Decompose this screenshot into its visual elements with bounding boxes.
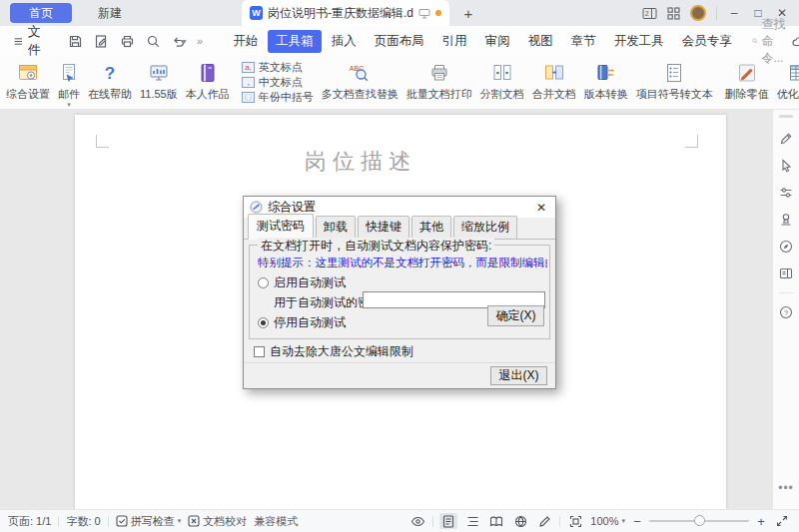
radio-selected-icon[interactable] bbox=[258, 317, 269, 328]
mail-document-icon bbox=[58, 62, 80, 84]
split-screen-icon[interactable]: 2 bbox=[642, 7, 657, 20]
word-count[interactable]: 字数: 0 bbox=[66, 514, 100, 529]
ribbon-split-doc-label: 分割文档 bbox=[480, 88, 524, 100]
enable-auto-test-option[interactable]: 启用自动测试 bbox=[258, 274, 346, 291]
ribbon-remove-zero-button[interactable]: 删除零值 bbox=[721, 56, 773, 109]
adjust-sliders-icon[interactable] bbox=[775, 182, 797, 204]
exit-button[interactable]: 退出(X) bbox=[490, 366, 547, 385]
ribbon-bullet-to-text-button[interactable]: 项目符号转文本 bbox=[632, 56, 717, 109]
auto-remove-option[interactable]: 自动去除大唐公文编辑限制 bbox=[254, 343, 413, 360]
chinese-punct-label: 中文标点 bbox=[259, 76, 303, 89]
annotate-pen-icon[interactable] bbox=[775, 128, 797, 150]
user-avatar[interactable] bbox=[690, 5, 706, 21]
right-sidebar: ? ••• bbox=[772, 110, 799, 509]
print-preview-button[interactable] bbox=[141, 30, 165, 52]
ribbon-version-button[interactable]: 11.55版 bbox=[136, 56, 182, 109]
ribbon-find-replace-button[interactable]: ABC 多文档查找替换 bbox=[318, 56, 402, 109]
print-button[interactable] bbox=[115, 30, 139, 52]
radio-unselected-icon[interactable] bbox=[258, 277, 269, 288]
sidebar-more-icon[interactable]: ••• bbox=[778, 481, 794, 495]
zoom-slider-thumb[interactable] bbox=[694, 515, 705, 526]
english-punct-icon: a, bbox=[242, 61, 255, 74]
tab-member[interactable]: 会员专享 bbox=[674, 30, 740, 53]
toolbar-overflow-button[interactable]: » bbox=[193, 35, 207, 47]
minimize-button[interactable]: – bbox=[727, 6, 741, 20]
file-menu-button[interactable]: 文件 bbox=[8, 23, 51, 59]
ink-pen-icon[interactable] bbox=[535, 513, 553, 529]
special-hint-text: 特别提示：这里测试的不是文档打开密码，而是限制编辑的内容保护密码！ bbox=[258, 256, 547, 270]
ribbon-mail-button[interactable]: 邮件 ▾ bbox=[54, 56, 84, 109]
fullscreen-icon[interactable] bbox=[773, 513, 791, 529]
zoom-out-button[interactable]: − bbox=[631, 514, 643, 529]
tab-page-layout[interactable]: 页面布局 bbox=[367, 30, 432, 53]
undo-button[interactable]: ▾ bbox=[167, 30, 191, 52]
save-button[interactable] bbox=[63, 30, 87, 52]
dialog-tab-other[interactable]: 其他 bbox=[411, 216, 451, 239]
search-icon bbox=[752, 35, 758, 47]
spellcheck-button[interactable]: 拼写检查 ▾ bbox=[116, 514, 182, 529]
tab-toolbox[interactable]: 工具箱 bbox=[268, 30, 322, 53]
tab-insert[interactable]: 插入 bbox=[324, 30, 365, 53]
page-view-icon[interactable] bbox=[439, 513, 457, 529]
tab-dev-tools[interactable]: 开发工具 bbox=[606, 30, 672, 53]
margin-mark-left-icon bbox=[96, 135, 109, 148]
ok-button[interactable]: 确定(X) bbox=[487, 305, 544, 326]
margin-mark-right-icon bbox=[685, 135, 698, 148]
ribbon-merge-doc-button[interactable]: 合并文档 bbox=[528, 56, 580, 109]
tab-current-document[interactable]: W 岗位说明书-重庆数据编辑.doc bbox=[242, 0, 449, 26]
tab-new-document[interactable]: 新建 bbox=[98, 5, 122, 22]
outline-view-icon[interactable] bbox=[463, 513, 481, 529]
dialog-tab-test-password[interactable]: 测试密码 bbox=[248, 214, 314, 240]
dialog-tab-zoom-ratio[interactable]: 缩放比例 bbox=[453, 216, 517, 239]
ribbon-version-convert-button[interactable]: 版本转换 bbox=[580, 56, 632, 109]
ribbon-batch-print-button[interactable]: 批量文档打印 bbox=[402, 56, 476, 109]
dialog-tab-shortcuts[interactable]: 快捷键 bbox=[358, 216, 409, 239]
zoom-level-button[interactable]: 100% ▾ bbox=[590, 515, 625, 527]
proofread-button[interactable]: 文档校对 bbox=[188, 514, 247, 529]
compat-mode-badge[interactable]: 兼容模式 bbox=[254, 514, 298, 529]
dialog-tab-uninstall[interactable]: 卸载 bbox=[316, 216, 356, 239]
menu-bar: 文件 ▾ » 开始 工具箱 插入 bbox=[0, 26, 799, 56]
english-punct-button[interactable]: a, 英文标点 bbox=[242, 61, 314, 74]
tab-view[interactable]: 视图 bbox=[520, 30, 561, 53]
reading-layout-icon[interactable] bbox=[775, 263, 797, 284]
tab-references[interactable]: 引用 bbox=[434, 30, 475, 53]
eye-protect-icon[interactable] bbox=[408, 513, 426, 529]
select-cursor-icon[interactable] bbox=[775, 155, 797, 177]
tab-section[interactable]: 章节 bbox=[563, 30, 604, 53]
zoom-slider[interactable] bbox=[649, 520, 749, 522]
year-bracket-button[interactable]: 〔〕 年份中括号 bbox=[242, 91, 314, 104]
ribbon-merge-doc-label: 合并文档 bbox=[532, 88, 576, 100]
disable-auto-test-option[interactable]: 停用自动测试 bbox=[258, 314, 346, 331]
chinese-punct-button[interactable]: ， 中文标点 bbox=[242, 76, 314, 89]
dialog-close-icon[interactable]: ✕ bbox=[533, 201, 549, 215]
help-icon[interactable]: ? bbox=[775, 301, 797, 323]
book-view-icon[interactable] bbox=[487, 513, 505, 529]
checkbox-unchecked-icon[interactable] bbox=[254, 346, 265, 357]
ribbon-settings-button[interactable]: 综合设置 bbox=[2, 56, 54, 109]
sidebar-drag-handle[interactable] bbox=[779, 115, 793, 118]
ribbon-my-works-button[interactable]: 本人作品 bbox=[182, 56, 234, 109]
fit-page-icon[interactable] bbox=[566, 513, 584, 529]
web-view-icon[interactable] bbox=[511, 513, 529, 529]
apps-grid-icon[interactable] bbox=[667, 7, 680, 20]
tab-home[interactable]: 首页 bbox=[10, 3, 72, 23]
document-heading: 岗位描述 bbox=[305, 147, 416, 177]
stamp-seal-icon[interactable] bbox=[775, 209, 797, 231]
save-icon bbox=[68, 34, 83, 49]
version-monitor-icon bbox=[148, 62, 170, 84]
ribbon-online-help-button[interactable]: ? 在线帮助 bbox=[84, 56, 136, 109]
navigation-compass-icon[interactable] bbox=[775, 236, 797, 258]
cloud-status[interactable]: 未上云 bbox=[792, 33, 799, 50]
export-button[interactable] bbox=[89, 30, 113, 52]
tab-start[interactable]: 开始 bbox=[225, 30, 266, 53]
unsaved-dot-icon bbox=[435, 10, 441, 16]
ribbon-version-label: 11.55版 bbox=[140, 88, 178, 100]
mail-dropdown-caret-icon: ▾ bbox=[67, 101, 71, 108]
zoom-in-button[interactable]: + bbox=[755, 514, 767, 529]
new-tab-button[interactable]: + bbox=[459, 5, 477, 22]
ribbon-split-doc-button[interactable]: 分割文档 bbox=[476, 56, 528, 109]
ribbon-remove-zero-label: 删除零值 bbox=[725, 88, 769, 100]
tab-review[interactable]: 审阅 bbox=[477, 30, 518, 53]
ribbon-optimize-table-button[interactable]: 优化表格 bbox=[773, 56, 799, 109]
